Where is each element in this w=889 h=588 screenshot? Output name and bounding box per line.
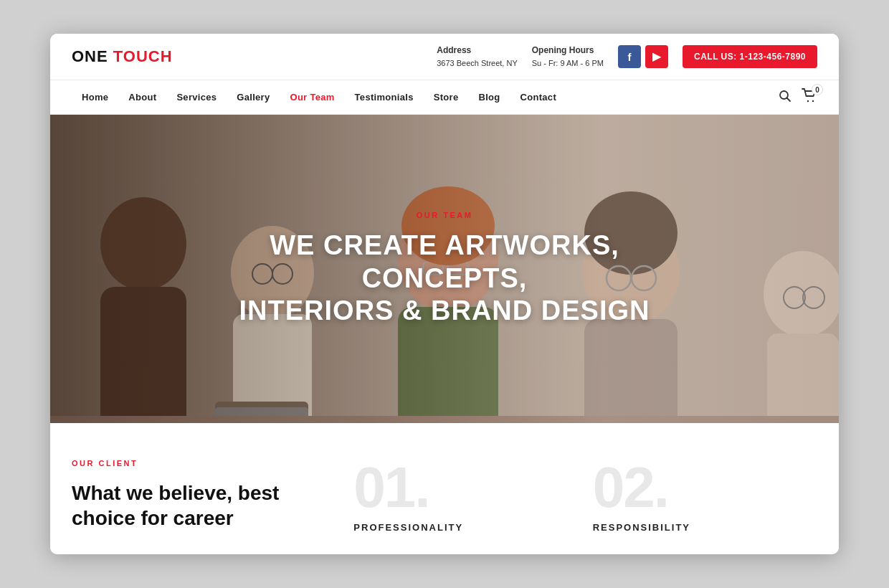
hours-value: Su - Fr: 9 AM - 6 PM xyxy=(532,59,604,67)
top-bar: ONE TOUCH Address 3673 Beech Street, NY … xyxy=(50,34,839,81)
nav-item-testimonials[interactable]: Testimonials xyxy=(345,80,424,114)
below-title-line1: What we believe, best xyxy=(72,480,310,506)
nav-links: Home About Services Gallery Our Team Tes… xyxy=(72,80,566,114)
hero-title: WE CREATE ARTWORKS, CONCEPTS, INTERIORS … xyxy=(194,229,695,328)
nav-link-home[interactable]: Home xyxy=(72,80,118,114)
nav-link-services[interactable]: Services xyxy=(166,80,227,114)
hero-content: OUR TEAM WE CREATE ARTWORKS, CONCEPTS, I… xyxy=(50,115,839,423)
value-label-1: PROFESSIONALITY xyxy=(353,522,564,533)
value-item-1: 01. PROFESSIONALITY xyxy=(339,459,578,533)
address-label: Address xyxy=(437,44,518,57)
below-title-line2: choice for career xyxy=(72,506,310,531)
hours-block: Opening Hours Su - Fr: 9 AM - 6 PM xyxy=(532,44,604,70)
top-right: Address 3673 Beech Street, NY Opening Ho… xyxy=(437,44,817,70)
nav-item-contact[interactable]: Contact xyxy=(510,80,567,114)
nav-link-contact[interactable]: Contact xyxy=(510,80,567,114)
logo-touch-red: TOUCH xyxy=(113,47,173,65)
social-icons: f ▶ xyxy=(618,45,668,68)
nav-item-blog[interactable]: Blog xyxy=(468,80,510,114)
hero-eyebrow: OUR TEAM xyxy=(417,211,473,219)
value-item-2: 02. RESPONSIBILITY xyxy=(579,459,817,533)
youtube-icon[interactable]: ▶ xyxy=(645,45,668,68)
svg-point-3 xyxy=(812,100,814,102)
hero-section: OUR TEAM WE CREATE ARTWORKS, CONCEPTS, I… xyxy=(50,115,839,423)
search-icon[interactable] xyxy=(779,90,791,105)
value-label-2: RESPONSIBILITY xyxy=(593,522,803,533)
svg-line-1 xyxy=(787,98,791,101)
nav-item-store[interactable]: Store xyxy=(424,80,469,114)
hero-title-line2: INTERIORS & BRAND DESIGN xyxy=(194,295,695,328)
value-number-1: 01. xyxy=(353,459,564,516)
nav-link-our-team[interactable]: Our Team xyxy=(280,80,344,114)
nav-item-home[interactable]: Home xyxy=(72,80,118,114)
below-hero-title: What we believe, best choice for career xyxy=(72,480,310,531)
nav-right: 0 xyxy=(779,88,817,106)
address-value: 3673 Beech Street, NY xyxy=(437,59,518,67)
hero-title-line1: WE CREATE ARTWORKS, CONCEPTS, xyxy=(194,229,695,295)
browser-window: ONE TOUCH Address 3673 Beech Street, NY … xyxy=(50,34,839,555)
our-client-label: OUR CLIENT xyxy=(72,459,310,468)
below-hero: OUR CLIENT What we believe, best choice … xyxy=(50,423,839,554)
nav-link-gallery[interactable]: Gallery xyxy=(227,80,280,114)
nav-item-our-team[interactable]: Our Team xyxy=(280,80,344,114)
svg-point-2 xyxy=(807,100,809,102)
nav-item-services[interactable]: Services xyxy=(166,80,227,114)
nav-item-about[interactable]: About xyxy=(118,80,166,114)
logo: ONE TOUCH xyxy=(72,47,173,66)
value-number-2: 02. xyxy=(593,459,803,516)
address-block: Address 3673 Beech Street, NY xyxy=(437,44,518,70)
facebook-icon[interactable]: f xyxy=(618,45,641,68)
nav-link-testimonials[interactable]: Testimonials xyxy=(345,80,424,114)
right-col: 01. PROFESSIONALITY 02. RESPONSIBILITY xyxy=(339,459,817,533)
nav-bar: Home About Services Gallery Our Team Tes… xyxy=(50,80,839,115)
nav-item-gallery[interactable]: Gallery xyxy=(227,80,280,114)
hours-label: Opening Hours xyxy=(532,44,604,57)
cart-icon[interactable]: 0 xyxy=(802,88,817,106)
nav-link-about[interactable]: About xyxy=(118,80,166,114)
cart-count: 0 xyxy=(812,84,823,95)
nav-link-blog[interactable]: Blog xyxy=(468,80,510,114)
logo-one: ONE xyxy=(72,47,113,65)
left-col: OUR CLIENT What we believe, best choice … xyxy=(72,459,339,533)
nav-link-store[interactable]: Store xyxy=(424,80,469,114)
call-button[interactable]: CALL US: 1-123-456-7890 xyxy=(683,45,817,68)
